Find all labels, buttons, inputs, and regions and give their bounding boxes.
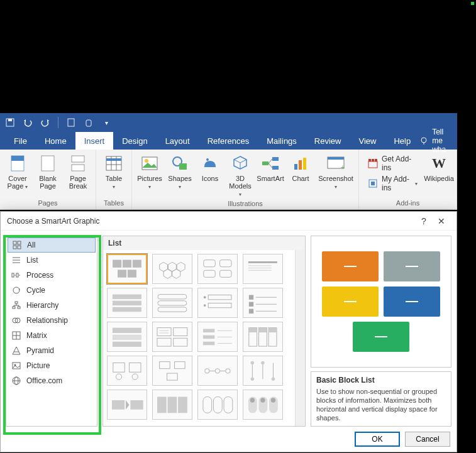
undo-icon[interactable] <box>23 117 33 128</box>
svg-rect-24 <box>294 164 297 170</box>
dialog-help-button[interactable]: ? <box>415 216 433 226</box>
gallery-scrollbar[interactable] <box>295 250 305 426</box>
group-pages: Cover Page ▾ Blank Page Page Break Pages <box>0 150 96 209</box>
thumb-horiz-bullet[interactable] <box>197 322 238 352</box>
cat-matrix-label: Matrix <box>26 331 47 340</box>
preview-block-1 <box>322 251 379 281</box>
svg-point-126 <box>226 368 230 373</box>
wikipedia-button[interactable]: WWikipedia <box>425 152 453 198</box>
tab-design[interactable]: Design <box>113 132 156 150</box>
tab-insert[interactable]: Insert <box>75 132 114 150</box>
thumb-capsule[interactable] <box>243 390 283 420</box>
tab-file[interactable]: File <box>5 132 36 150</box>
app-window: ▾ File Home Insert Design Layout Referen… <box>0 113 457 210</box>
chart-button[interactable]: Chart <box>287 152 314 199</box>
cat-hierarchy[interactable]: Hierarchy <box>8 298 96 313</box>
screenshot-button[interactable]: +Screenshot▾ <box>317 152 355 199</box>
thumb-grid3[interactable] <box>152 322 192 352</box>
smartart-button[interactable]: SmartArt <box>257 152 284 199</box>
svg-point-118 <box>132 374 138 379</box>
cat-all[interactable]: All <box>8 237 96 253</box>
svg-rect-113 <box>259 327 267 332</box>
dialog-close-button[interactable]: ✕ <box>433 216 450 226</box>
svg-rect-3 <box>86 120 91 126</box>
page-break-button[interactable]: Page Break <box>64 152 92 198</box>
svg-rect-61 <box>123 260 131 268</box>
get-addins-button[interactable]: Get Add-ins <box>368 155 418 172</box>
tab-layout[interactable]: Layout <box>157 132 199 150</box>
svg-point-147 <box>271 398 275 402</box>
new-doc-icon[interactable] <box>66 117 76 128</box>
tell-me[interactable]: Tell me wha <box>419 132 457 150</box>
svg-rect-112 <box>249 327 257 332</box>
blank-page-button[interactable]: Blank Page <box>34 152 62 198</box>
thumb-vert-cards[interactable] <box>243 322 283 352</box>
thumb-rounded[interactable] <box>197 390 238 420</box>
thumb-brackets[interactable] <box>243 356 283 386</box>
svg-point-133 <box>272 377 275 381</box>
hierarchy-icon <box>11 300 21 310</box>
svg-rect-44 <box>16 273 18 277</box>
thumb-lined-list[interactable] <box>243 254 283 284</box>
svg-rect-83 <box>158 307 187 311</box>
svg-point-122 <box>205 368 209 373</box>
svg-point-146 <box>260 398 265 402</box>
svg-rect-120 <box>175 361 185 368</box>
thumb-basic-block-list[interactable] <box>107 254 147 284</box>
cat-pyramid[interactable]: Pyramid <box>8 343 96 358</box>
redo-icon[interactable] <box>40 117 50 128</box>
tab-help[interactable]: Help <box>385 132 419 150</box>
svg-rect-78 <box>113 294 141 298</box>
thumb-tab-list[interactable] <box>197 288 238 318</box>
thumb-3col[interactable] <box>152 390 192 420</box>
page-break-label: Page Break <box>64 175 92 190</box>
thumb-square-accent[interactable] <box>243 288 283 318</box>
smartart-gallery <box>103 250 295 426</box>
ok-button[interactable]: OK <box>355 432 400 447</box>
pyramid-icon <box>11 346 21 356</box>
icons-button[interactable]: Icons <box>196 152 224 199</box>
cat-cycle[interactable]: Cycle <box>8 283 96 298</box>
thumb-hexagon[interactable] <box>152 254 192 284</box>
thumb-bending[interactable] <box>152 356 192 386</box>
thumb-dot-matrix[interactable] <box>197 356 238 386</box>
thumb-vertical-box[interactable] <box>107 288 147 318</box>
tab-review[interactable]: Review <box>306 132 350 150</box>
3d-models-button[interactable]: 3D Models▾ <box>226 152 254 199</box>
group-addins-label: Add-ins <box>363 198 453 209</box>
tab-mailings[interactable]: Mailings <box>258 132 306 150</box>
cat-relationship[interactable]: Relationship <box>8 313 96 328</box>
cat-process[interactable]: Process <box>8 268 96 283</box>
thumb-stacked[interactable] <box>107 322 147 352</box>
table-button[interactable]: Table▾ <box>100 152 128 198</box>
thumb-chevron[interactable] <box>107 390 147 420</box>
save-icon[interactable] <box>5 117 15 128</box>
svg-rect-103 <box>203 329 214 332</box>
svg-rect-99 <box>157 338 171 346</box>
pictures-button[interactable]: Pictures▾ <box>136 152 163 199</box>
tab-references[interactable]: References <box>199 132 258 150</box>
table-label: Table <box>106 175 122 182</box>
cancel-button[interactable]: Cancel <box>405 432 450 447</box>
touch-mode-icon[interactable] <box>84 117 94 128</box>
svg-rect-7 <box>11 156 24 161</box>
cat-office[interactable]: Office.com <box>8 373 96 388</box>
shapes-button[interactable]: Shapes▾ <box>166 152 194 199</box>
ribbon: Cover Page ▾ Blank Page Page Break Pages… <box>0 150 457 210</box>
tab-view[interactable]: View <box>350 132 385 150</box>
thumb-vertical-box2[interactable] <box>152 288 192 318</box>
qat-customize-icon[interactable]: ▾ <box>101 117 111 128</box>
tab-home[interactable]: Home <box>36 132 75 150</box>
svg-rect-70 <box>204 259 215 266</box>
cat-pyramid-label: Pyramid <box>26 346 54 355</box>
cat-list[interactable]: List <box>8 253 96 268</box>
group-pages-label: Pages <box>4 198 92 209</box>
thumb-picture-caption[interactable] <box>197 254 238 284</box>
cat-matrix[interactable]: Matrix <box>8 328 96 343</box>
smartart-label: SmartArt <box>257 175 284 182</box>
cover-page-button[interactable]: Cover Page ▾ <box>4 152 31 198</box>
my-addins-button[interactable]: My Add-ins ▾ <box>368 175 418 192</box>
cat-picture[interactable]: Picture <box>8 358 96 373</box>
thumb-pic-strip[interactable] <box>107 356 147 386</box>
screenshot-label: Screenshot <box>318 175 353 182</box>
